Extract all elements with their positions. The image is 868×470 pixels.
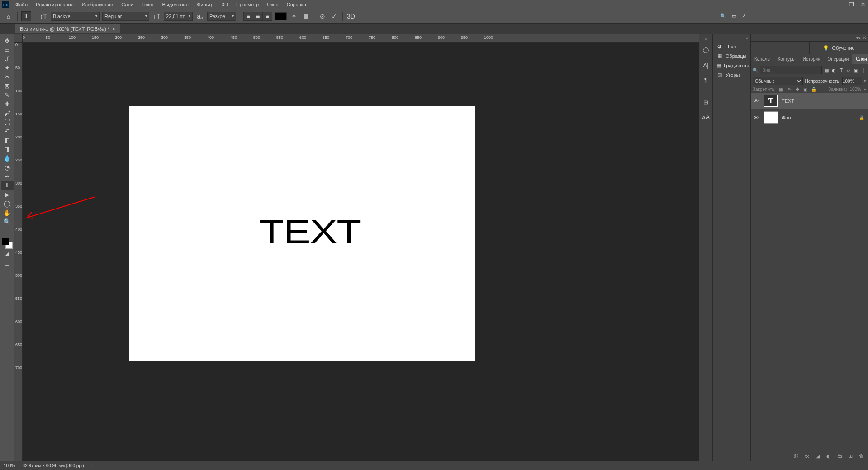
- warp-text-icon[interactable]: ✧: [289, 12, 299, 21]
- eyedropper-tool-icon[interactable]: ✎: [1, 90, 14, 100]
- layer-thumbnail[interactable]: T: [764, 95, 778, 107]
- window-maximize-icon[interactable]: ❐: [848, 1, 854, 8]
- hand-tool-icon[interactable]: ✋: [1, 208, 14, 217]
- menu-help[interactable]: Справка: [283, 0, 310, 9]
- zoom-level[interactable]: 100%: [4, 463, 15, 468]
- path-select-tool-icon[interactable]: ▶: [1, 190, 14, 199]
- layer-style-icon[interactable]: fx: [804, 453, 810, 459]
- filter-smart-icon[interactable]: ▣: [853, 68, 859, 73]
- char-panel-icon[interactable]: ▤: [301, 12, 310, 21]
- shape-tool-icon[interactable]: ◯: [1, 199, 14, 208]
- menu-view[interactable]: Просмотр: [232, 0, 262, 9]
- delete-layer-icon[interactable]: 🗑: [858, 453, 864, 459]
- commit-icon[interactable]: ✓: [330, 12, 339, 21]
- swatches-panel-button[interactable]: ▦ Образцы: [713, 51, 750, 61]
- menu-filter[interactable]: Фильтр: [193, 0, 217, 9]
- layer-row[interactable]: 👁 Фон 🔒: [751, 109, 868, 126]
- marquee-tool-icon[interactable]: ▭: [1, 45, 14, 54]
- info-panel-icon[interactable]: ⓘ: [701, 46, 711, 56]
- history-brush-tool-icon[interactable]: ↶: [1, 127, 14, 136]
- toolbox-edit-icon[interactable]: ⋯: [1, 226, 14, 235]
- paths-tab[interactable]: Контуры: [774, 54, 799, 64]
- cancel-icon[interactable]: ⊘: [318, 12, 327, 21]
- layers-tab[interactable]: Слои: [852, 54, 868, 64]
- filter-text-icon[interactable]: T: [839, 68, 844, 73]
- panel-close-icon[interactable]: ✕: [863, 35, 866, 40]
- visibility-eye-icon[interactable]: 👁: [754, 98, 760, 104]
- lasso-tool-icon[interactable]: ᔑ: [1, 54, 14, 63]
- align-right-icon[interactable]: ≡: [262, 12, 272, 21]
- share-icon[interactable]: ↗: [742, 13, 746, 19]
- opacity-input[interactable]: [842, 77, 862, 85]
- layers-filter-input[interactable]: [760, 66, 822, 74]
- gradient-tool-icon[interactable]: ◨: [1, 145, 14, 154]
- align-left-icon[interactable]: ≡: [243, 12, 253, 21]
- paragraph-panel-icon[interactable]: ¶: [701, 75, 711, 85]
- expand-handle-icon[interactable]: «: [705, 36, 707, 41]
- menu-window[interactable]: Окно: [263, 0, 282, 9]
- lock-artboard-icon[interactable]: ▣: [803, 87, 808, 92]
- font-size-select[interactable]: 22,01 пт▾: [164, 12, 193, 21]
- layer-name[interactable]: Фон: [782, 115, 855, 120]
- text-tool-icon[interactable]: T: [21, 11, 31, 21]
- color-swatches[interactable]: [2, 238, 13, 249]
- panel-collapse-handle-icon[interactable]: ▾▴: [856, 35, 861, 40]
- blur-tool-icon[interactable]: 💧: [1, 154, 14, 163]
- channels-tab[interactable]: Каналы: [751, 54, 774, 64]
- actions-tab[interactable]: Операции: [824, 54, 853, 64]
- heal-tool-icon[interactable]: ✚: [1, 100, 14, 109]
- font-family-select[interactable]: Blackye▾: [51, 12, 100, 21]
- wand-tool-icon[interactable]: ✦: [1, 63, 14, 72]
- layer-name[interactable]: TEXT: [782, 98, 865, 104]
- fill-value[interactable]: 100%: [849, 87, 861, 92]
- zoom-tool-icon[interactable]: 🔍: [1, 217, 14, 226]
- text-color-swatch[interactable]: [275, 12, 287, 20]
- window-close-icon[interactable]: ✕: [860, 1, 866, 8]
- filter-adjust-icon[interactable]: ◐: [831, 68, 837, 73]
- adjustment-layer-icon[interactable]: ◐: [825, 453, 832, 459]
- canvas-area[interactable]: 0501001502002503003504004505005506006507…: [14, 34, 699, 461]
- popup-collapse-icon[interactable]: «: [746, 36, 749, 41]
- align-center-icon[interactable]: ≡: [253, 12, 263, 21]
- pen-tool-icon[interactable]: ✒: [1, 172, 14, 181]
- 3d-icon[interactable]: 3D: [346, 12, 356, 21]
- learn-tab[interactable]: 💡 Обучение: [810, 42, 868, 54]
- layer-thumbnail[interactable]: [764, 111, 778, 124]
- gradients-panel-button[interactable]: ▤ Градиенты: [713, 61, 750, 70]
- link-layers-icon[interactable]: ⛓: [793, 453, 799, 459]
- search-icon[interactable]: 🔍: [720, 13, 726, 19]
- menu-select[interactable]: Выделение: [159, 0, 192, 9]
- glyphs-panel-icon[interactable]: ᴀA: [701, 112, 711, 122]
- history-tab[interactable]: История: [799, 54, 824, 64]
- patterns-panel-button[interactable]: ▨ Узоры: [713, 70, 750, 80]
- layer-row[interactable]: 👁 T TEXT: [751, 93, 868, 109]
- document-tab[interactable]: Без имени-1 @ 100% (TEXT, RGB/8#) * ×: [15, 24, 120, 33]
- filter-kind-icon[interactable]: ▦: [824, 68, 829, 73]
- crop-tool-icon[interactable]: ✂: [1, 72, 14, 81]
- color-panel-button[interactable]: ◕ Цвет: [713, 42, 750, 51]
- menu-file[interactable]: Файл: [12, 0, 31, 9]
- character-panel-icon[interactable]: A|: [701, 60, 711, 70]
- close-tab-icon[interactable]: ×: [112, 26, 115, 32]
- new-layer-icon[interactable]: ⊞: [847, 453, 854, 459]
- menu-layers[interactable]: Слои: [118, 0, 137, 9]
- move-tool-icon[interactable]: ✥: [1, 36, 14, 45]
- lock-pos-icon[interactable]: ✥: [795, 87, 800, 92]
- window-minimize-icon[interactable]: —: [836, 1, 843, 8]
- menu-text[interactable]: Текст: [138, 0, 158, 9]
- workspace-icon[interactable]: ▭: [732, 13, 736, 19]
- dodge-tool-icon[interactable]: ◔: [1, 163, 14, 172]
- libraries-panel-icon[interactable]: ⊞: [701, 97, 711, 107]
- lock-pixels-icon[interactable]: ▦: [778, 87, 784, 92]
- doc-dimensions[interactable]: 82,97 мм x 60,96 мм (300 ppi): [23, 463, 84, 468]
- menu-3d[interactable]: 3D: [218, 0, 232, 9]
- status-chevron-icon[interactable]: 〉: [91, 463, 96, 469]
- filter-shape-icon[interactable]: ▱: [846, 68, 851, 73]
- visibility-eye-icon[interactable]: 👁: [754, 115, 760, 120]
- group-layers-icon[interactable]: 🗀: [836, 453, 843, 459]
- antialias-select[interactable]: Резкое▾: [207, 12, 236, 21]
- opacity-chev-icon[interactable]: ▾: [864, 79, 866, 83]
- menu-edit[interactable]: Редактирование: [32, 0, 77, 9]
- quickmask-icon[interactable]: ◪: [1, 249, 14, 258]
- screenmode-icon[interactable]: ▢: [1, 258, 14, 267]
